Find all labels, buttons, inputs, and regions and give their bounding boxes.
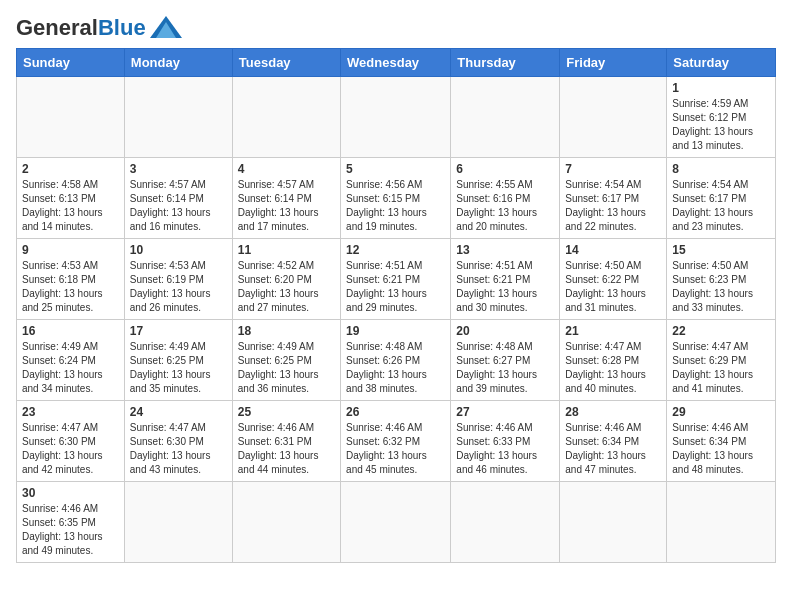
day-info: Sunrise: 4:49 AM Sunset: 6:24 PM Dayligh… (22, 340, 119, 396)
day-number: 7 (565, 162, 661, 176)
calendar-cell: 20Sunrise: 4:48 AM Sunset: 6:27 PM Dayli… (451, 320, 560, 401)
day-number: 1 (672, 81, 770, 95)
calendar-cell: 19Sunrise: 4:48 AM Sunset: 6:26 PM Dayli… (341, 320, 451, 401)
calendar-week-row: 2Sunrise: 4:58 AM Sunset: 6:13 PM Daylig… (17, 158, 776, 239)
logo-text: GeneralBlue (16, 16, 146, 40)
day-number: 22 (672, 324, 770, 338)
calendar-cell: 3Sunrise: 4:57 AM Sunset: 6:14 PM Daylig… (124, 158, 232, 239)
weekday-header-tuesday: Tuesday (232, 49, 340, 77)
day-info: Sunrise: 4:47 AM Sunset: 6:30 PM Dayligh… (22, 421, 119, 477)
day-info: Sunrise: 4:46 AM Sunset: 6:34 PM Dayligh… (672, 421, 770, 477)
day-number: 13 (456, 243, 554, 257)
weekday-header-monday: Monday (124, 49, 232, 77)
day-number: 9 (22, 243, 119, 257)
calendar-cell: 14Sunrise: 4:50 AM Sunset: 6:22 PM Dayli… (560, 239, 667, 320)
calendar-cell (560, 77, 667, 158)
calendar-week-row: 30Sunrise: 4:46 AM Sunset: 6:35 PM Dayli… (17, 482, 776, 563)
calendar-cell: 6Sunrise: 4:55 AM Sunset: 6:16 PM Daylig… (451, 158, 560, 239)
day-number: 28 (565, 405, 661, 419)
calendar-cell (560, 482, 667, 563)
calendar-cell: 8Sunrise: 4:54 AM Sunset: 6:17 PM Daylig… (667, 158, 776, 239)
day-info: Sunrise: 4:46 AM Sunset: 6:32 PM Dayligh… (346, 421, 445, 477)
day-number: 23 (22, 405, 119, 419)
header: GeneralBlue (16, 16, 776, 40)
weekday-header-row: SundayMondayTuesdayWednesdayThursdayFrid… (17, 49, 776, 77)
day-info: Sunrise: 4:49 AM Sunset: 6:25 PM Dayligh… (130, 340, 227, 396)
day-number: 8 (672, 162, 770, 176)
calendar-table: SundayMondayTuesdayWednesdayThursdayFrid… (16, 48, 776, 563)
weekday-header-thursday: Thursday (451, 49, 560, 77)
calendar-cell (232, 77, 340, 158)
calendar-cell: 11Sunrise: 4:52 AM Sunset: 6:20 PM Dayli… (232, 239, 340, 320)
calendar-cell: 16Sunrise: 4:49 AM Sunset: 6:24 PM Dayli… (17, 320, 125, 401)
logo-icon (150, 16, 182, 38)
calendar-cell: 23Sunrise: 4:47 AM Sunset: 6:30 PM Dayli… (17, 401, 125, 482)
day-number: 5 (346, 162, 445, 176)
weekday-header-wednesday: Wednesday (341, 49, 451, 77)
calendar-cell (451, 482, 560, 563)
calendar-week-row: 1Sunrise: 4:59 AM Sunset: 6:12 PM Daylig… (17, 77, 776, 158)
day-number: 18 (238, 324, 335, 338)
weekday-header-friday: Friday (560, 49, 667, 77)
day-info: Sunrise: 4:57 AM Sunset: 6:14 PM Dayligh… (238, 178, 335, 234)
calendar-cell: 18Sunrise: 4:49 AM Sunset: 6:25 PM Dayli… (232, 320, 340, 401)
calendar-cell: 7Sunrise: 4:54 AM Sunset: 6:17 PM Daylig… (560, 158, 667, 239)
day-number: 15 (672, 243, 770, 257)
day-number: 24 (130, 405, 227, 419)
calendar-cell: 12Sunrise: 4:51 AM Sunset: 6:21 PM Dayli… (341, 239, 451, 320)
calendar-cell: 26Sunrise: 4:46 AM Sunset: 6:32 PM Dayli… (341, 401, 451, 482)
calendar-cell: 1Sunrise: 4:59 AM Sunset: 6:12 PM Daylig… (667, 77, 776, 158)
weekday-header-saturday: Saturday (667, 49, 776, 77)
calendar-cell: 9Sunrise: 4:53 AM Sunset: 6:18 PM Daylig… (17, 239, 125, 320)
calendar-cell: 30Sunrise: 4:46 AM Sunset: 6:35 PM Dayli… (17, 482, 125, 563)
calendar-cell (232, 482, 340, 563)
day-number: 30 (22, 486, 119, 500)
calendar-cell (667, 482, 776, 563)
day-info: Sunrise: 4:50 AM Sunset: 6:22 PM Dayligh… (565, 259, 661, 315)
logo-blue: Blue (98, 15, 146, 40)
day-number: 25 (238, 405, 335, 419)
calendar-cell (124, 482, 232, 563)
calendar-cell (124, 77, 232, 158)
day-number: 4 (238, 162, 335, 176)
day-info: Sunrise: 4:56 AM Sunset: 6:15 PM Dayligh… (346, 178, 445, 234)
day-number: 29 (672, 405, 770, 419)
day-info: Sunrise: 4:48 AM Sunset: 6:27 PM Dayligh… (456, 340, 554, 396)
calendar-week-row: 9Sunrise: 4:53 AM Sunset: 6:18 PM Daylig… (17, 239, 776, 320)
day-info: Sunrise: 4:46 AM Sunset: 6:31 PM Dayligh… (238, 421, 335, 477)
calendar-cell: 10Sunrise: 4:53 AM Sunset: 6:19 PM Dayli… (124, 239, 232, 320)
calendar-cell (451, 77, 560, 158)
day-number: 26 (346, 405, 445, 419)
calendar-cell: 2Sunrise: 4:58 AM Sunset: 6:13 PM Daylig… (17, 158, 125, 239)
calendar-cell (17, 77, 125, 158)
day-info: Sunrise: 4:54 AM Sunset: 6:17 PM Dayligh… (672, 178, 770, 234)
calendar-cell: 28Sunrise: 4:46 AM Sunset: 6:34 PM Dayli… (560, 401, 667, 482)
day-info: Sunrise: 4:52 AM Sunset: 6:20 PM Dayligh… (238, 259, 335, 315)
day-number: 6 (456, 162, 554, 176)
calendar-cell: 13Sunrise: 4:51 AM Sunset: 6:21 PM Dayli… (451, 239, 560, 320)
logo-area: GeneralBlue (16, 16, 182, 40)
calendar-cell: 15Sunrise: 4:50 AM Sunset: 6:23 PM Dayli… (667, 239, 776, 320)
day-info: Sunrise: 4:57 AM Sunset: 6:14 PM Dayligh… (130, 178, 227, 234)
day-number: 12 (346, 243, 445, 257)
weekday-header-sunday: Sunday (17, 49, 125, 77)
day-number: 17 (130, 324, 227, 338)
day-number: 2 (22, 162, 119, 176)
day-number: 20 (456, 324, 554, 338)
day-info: Sunrise: 4:59 AM Sunset: 6:12 PM Dayligh… (672, 97, 770, 153)
calendar-cell: 25Sunrise: 4:46 AM Sunset: 6:31 PM Dayli… (232, 401, 340, 482)
day-number: 10 (130, 243, 227, 257)
day-info: Sunrise: 4:46 AM Sunset: 6:35 PM Dayligh… (22, 502, 119, 558)
calendar-week-row: 16Sunrise: 4:49 AM Sunset: 6:24 PM Dayli… (17, 320, 776, 401)
day-number: 21 (565, 324, 661, 338)
calendar-cell: 27Sunrise: 4:46 AM Sunset: 6:33 PM Dayli… (451, 401, 560, 482)
day-info: Sunrise: 4:55 AM Sunset: 6:16 PM Dayligh… (456, 178, 554, 234)
day-info: Sunrise: 4:50 AM Sunset: 6:23 PM Dayligh… (672, 259, 770, 315)
day-info: Sunrise: 4:47 AM Sunset: 6:29 PM Dayligh… (672, 340, 770, 396)
calendar-cell: 17Sunrise: 4:49 AM Sunset: 6:25 PM Dayli… (124, 320, 232, 401)
calendar-cell: 5Sunrise: 4:56 AM Sunset: 6:15 PM Daylig… (341, 158, 451, 239)
day-info: Sunrise: 4:54 AM Sunset: 6:17 PM Dayligh… (565, 178, 661, 234)
day-info: Sunrise: 4:51 AM Sunset: 6:21 PM Dayligh… (456, 259, 554, 315)
calendar-cell: 29Sunrise: 4:46 AM Sunset: 6:34 PM Dayli… (667, 401, 776, 482)
day-info: Sunrise: 4:53 AM Sunset: 6:18 PM Dayligh… (22, 259, 119, 315)
